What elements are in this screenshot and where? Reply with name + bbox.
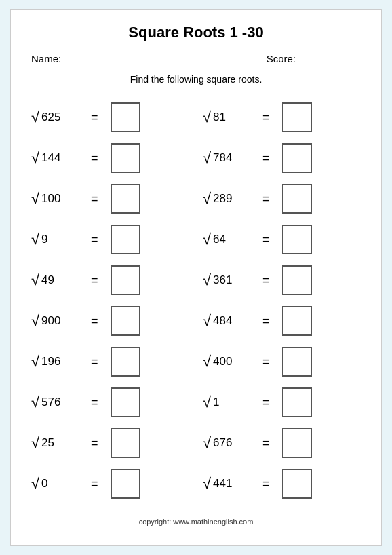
equals-sign: = xyxy=(91,355,98,369)
score-label: Score: xyxy=(267,53,296,64)
equals-sign: = xyxy=(262,233,270,247)
problem-row: 784 = xyxy=(196,138,361,178)
sqrt-number: 676 xyxy=(213,436,232,450)
problem-row: 25 = xyxy=(31,423,196,463)
problem-row: 64 = xyxy=(196,219,361,260)
sqrt-symbol xyxy=(31,191,40,206)
problem-row: 400 = xyxy=(196,341,361,382)
sqrt-symbol xyxy=(31,476,40,491)
sqrt-symbol xyxy=(31,151,40,166)
problem-row: 9 = xyxy=(31,219,196,260)
sqrt-expression: 81 xyxy=(203,110,250,125)
equals-sign: = xyxy=(91,151,98,166)
equals-sign: = xyxy=(91,233,98,247)
problem-row: 361 = xyxy=(196,260,361,301)
sqrt-expression: 196 xyxy=(31,354,79,369)
sqrt-number: 289 xyxy=(213,192,232,206)
equals-sign: = xyxy=(262,314,270,328)
sqrt-expression: 0 xyxy=(31,476,79,491)
problem-row: 196 = xyxy=(31,341,196,382)
answer-box[interactable] xyxy=(111,225,140,254)
sqrt-expression: 625 xyxy=(31,110,79,125)
problem-row: 100 = xyxy=(31,178,196,219)
sqrt-number: 400 xyxy=(213,355,232,368)
equals-sign: = xyxy=(91,396,98,410)
equals-sign: = xyxy=(262,355,270,369)
sqrt-number: 576 xyxy=(41,396,60,409)
sqrt-number: 64 xyxy=(213,233,226,246)
answer-box[interactable] xyxy=(111,265,140,295)
problem-row: 289 = xyxy=(196,178,361,219)
sqrt-number: 49 xyxy=(41,273,54,287)
sqrt-symbol xyxy=(31,232,40,247)
instructions-text: Find the following square roots. xyxy=(31,74,361,85)
sqrt-number: 0 xyxy=(41,477,47,491)
sqrt-symbol xyxy=(203,151,212,166)
problem-row: 576 = xyxy=(31,382,196,423)
answer-box[interactable] xyxy=(282,469,312,499)
sqrt-number: 25 xyxy=(41,436,54,450)
answer-box[interactable] xyxy=(111,387,140,417)
answer-box[interactable] xyxy=(111,184,140,214)
equals-sign: = xyxy=(91,314,98,328)
answer-box[interactable] xyxy=(282,347,312,377)
sqrt-symbol xyxy=(31,110,40,125)
problem-row: 441 = xyxy=(196,463,361,504)
problem-row: 900 = xyxy=(31,301,196,341)
answer-box[interactable] xyxy=(282,102,312,132)
answer-box[interactable] xyxy=(111,306,140,336)
answer-box[interactable] xyxy=(282,184,312,214)
sqrt-number: 9 xyxy=(41,233,47,246)
answer-box[interactable] xyxy=(282,387,312,417)
name-section: Name: xyxy=(31,52,208,64)
equals-sign: = xyxy=(91,477,98,491)
sqrt-expression: 676 xyxy=(203,436,250,451)
answer-box[interactable] xyxy=(111,469,140,499)
problem-row: 49 = xyxy=(31,260,196,301)
equals-sign: = xyxy=(262,151,270,166)
sqrt-symbol xyxy=(203,232,212,247)
sqrt-expression: 576 xyxy=(31,395,79,410)
answer-box[interactable] xyxy=(282,143,312,173)
sqrt-symbol xyxy=(203,436,212,451)
equals-sign: = xyxy=(91,436,98,451)
sqrt-expression: 1 xyxy=(203,395,250,410)
sqrt-symbol xyxy=(203,395,212,410)
sqrt-symbol xyxy=(203,313,212,328)
answer-box[interactable] xyxy=(111,428,140,458)
answer-box[interactable] xyxy=(111,143,140,173)
sqrt-number: 1 xyxy=(213,396,219,409)
sqrt-expression: 361 xyxy=(203,273,250,288)
answer-box[interactable] xyxy=(111,347,140,377)
problem-row: 484 = xyxy=(196,301,361,341)
sqrt-number: 100 xyxy=(41,192,60,206)
sqrt-number: 196 xyxy=(41,355,60,368)
answer-box[interactable] xyxy=(282,428,312,458)
answer-box[interactable] xyxy=(282,225,312,254)
sqrt-expression: 441 xyxy=(203,476,250,491)
sqrt-expression: 25 xyxy=(31,436,79,451)
problem-row: 0 = xyxy=(31,463,196,504)
name-score-row: Name: Score: xyxy=(31,52,361,64)
equals-sign: = xyxy=(91,192,98,206)
sqrt-number: 361 xyxy=(213,273,232,287)
sqrt-number: 484 xyxy=(213,314,232,328)
problem-row: 1 = xyxy=(196,382,361,423)
problems-grid: 625 = 81 = 144 = 784 = xyxy=(31,97,361,504)
page-title: Square Roots 1 -30 xyxy=(31,24,361,41)
copyright-text: copyright: www.mathinenglish.com xyxy=(31,514,361,526)
answer-box[interactable] xyxy=(282,306,312,336)
sqrt-expression: 9 xyxy=(31,232,79,247)
sqrt-symbol xyxy=(31,354,40,369)
answer-box[interactable] xyxy=(282,265,312,295)
problem-row: 144 = xyxy=(31,138,196,178)
sqrt-expression: 784 xyxy=(203,151,250,166)
sqrt-expression: 64 xyxy=(203,232,250,247)
sqrt-expression: 144 xyxy=(31,151,79,166)
sqrt-symbol xyxy=(31,395,40,410)
sqrt-symbol xyxy=(203,191,212,206)
equals-sign: = xyxy=(262,477,270,491)
sqrt-symbol xyxy=(31,313,40,328)
sqrt-number: 784 xyxy=(213,151,232,165)
answer-box[interactable] xyxy=(111,102,140,132)
